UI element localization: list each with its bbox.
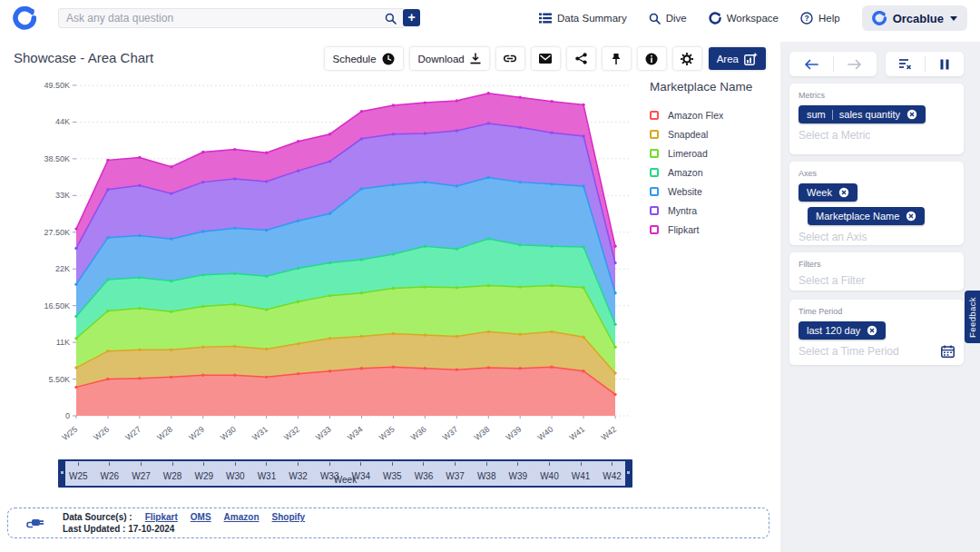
chart-controls-card	[886, 52, 964, 76]
svg-text:W28: W28	[155, 425, 174, 442]
mail-icon	[539, 54, 552, 64]
select-filter-input[interactable]: Select a Filter	[799, 274, 955, 287]
legend-label: Snapdeal	[668, 129, 708, 140]
source-link-shopify[interactable]: Shopify	[272, 512, 306, 522]
axis-pill-label: Marketplace Name	[816, 211, 899, 222]
config-sidebar: Metrics sum sales quantity Select a Metr…	[780, 42, 980, 552]
top-navigation: Data Summary Dive Workspace ?	[539, 0, 967, 36]
svg-text:38.50K: 38.50K	[44, 154, 70, 163]
axis-pill-marketplace-name[interactable]: Marketplace Name	[808, 207, 925, 225]
nav-dive[interactable]: Dive	[649, 13, 687, 25]
nav-workspace[interactable]: Workspace	[709, 12, 779, 25]
orcablue-logo-icon	[872, 11, 887, 25]
legend-item[interactable]: Amazon Flex	[650, 105, 786, 124]
data-sources-label: Data Source(s) :	[63, 512, 132, 522]
time-period-panel: Time Period last 120 day Select a Time P…	[789, 300, 964, 365]
legend-swatch-icon	[650, 149, 659, 158]
svg-text:W36: W36	[409, 425, 428, 442]
svg-text:11K: 11K	[56, 338, 70, 347]
remove-icon[interactable]	[906, 211, 916, 222]
settings-button[interactable]	[673, 47, 701, 70]
axis-pill-label: Week	[807, 187, 832, 198]
source-link-amazon[interactable]: Amazon	[224, 512, 260, 522]
legend-title: Marketplace Name	[650, 80, 786, 94]
schedule-label: Schedule	[333, 54, 377, 64]
remove-icon[interactable]	[838, 187, 849, 198]
data-source-plug-icon	[26, 515, 46, 531]
chart-legend: Marketplace Name Amazon FlexSnapdealLime…	[650, 80, 786, 239]
metric-field: sales quantity	[839, 109, 900, 120]
share-button[interactable]	[567, 47, 595, 70]
svg-text:0: 0	[65, 411, 70, 420]
svg-text:W35: W35	[377, 425, 397, 442]
data-source-footer: Data Source(s) : Flipkart OMS Amazon Sho…	[7, 508, 769, 538]
last-updated-label: Last Updated : 17-10-2024	[63, 524, 305, 534]
orcablue-logo-icon[interactable]	[13, 6, 36, 30]
account-menu-button[interactable]: Orcablue	[862, 5, 967, 31]
pause-button[interactable]	[926, 52, 965, 76]
legend-item[interactable]: Website	[650, 182, 786, 201]
time-period-pill-label: last 120 day	[807, 325, 860, 336]
select-metric-input[interactable]: Select a Metric	[799, 129, 955, 142]
pause-icon	[940, 59, 949, 70]
svg-text:27.50K: 27.50K	[44, 228, 70, 237]
arrow-left-icon	[804, 59, 818, 70]
legend-item[interactable]: Snapdeal	[650, 124, 786, 143]
download-button[interactable]: Download	[410, 47, 489, 70]
source-link-oms[interactable]: OMS	[191, 512, 211, 522]
legend-label: Amazon	[668, 167, 703, 178]
select-time-period-input[interactable]: Select a Time Period	[799, 345, 899, 358]
legend-label: Website	[668, 186, 702, 197]
filters-panel: Filters Select a Filter	[789, 252, 964, 291]
email-button[interactable]	[532, 47, 560, 70]
select-axis-input[interactable]: Select an Axis	[799, 231, 955, 243]
svg-text:W34: W34	[346, 425, 365, 442]
feedback-tab[interactable]: Feedback	[965, 291, 980, 343]
copy-link-button[interactable]	[496, 47, 524, 70]
svg-text:16.50K: 16.50K	[44, 301, 70, 310]
area-chart-plus-icon	[744, 53, 758, 65]
nav-help[interactable]: ? Help	[800, 12, 840, 25]
area-chart: 05.50K11K16.50K22K27.50K33K38.50K44K49.5…	[25, 78, 642, 452]
legend-swatch-icon	[650, 225, 659, 234]
svg-text:22K: 22K	[55, 264, 70, 273]
svg-text:W41: W41	[568, 425, 587, 442]
svg-text:W42: W42	[599, 425, 618, 442]
pin-button[interactable]	[603, 47, 631, 70]
legend-swatch-icon	[650, 187, 659, 196]
list-icon	[539, 13, 552, 24]
link-icon	[504, 53, 516, 64]
history-nav-card	[789, 52, 877, 76]
page-title: Showcase - Area Chart	[14, 50, 153, 65]
clear-filters-button[interactable]	[886, 52, 925, 76]
nav-data-summary[interactable]: Data Summary	[539, 13, 627, 24]
metric-pill[interactable]: sum sales quantity	[799, 105, 926, 123]
time-period-label: Time Period	[799, 307, 955, 316]
search-input[interactable]	[66, 12, 385, 25]
gear-icon	[681, 53, 693, 65]
legend-swatch-icon	[650, 168, 659, 177]
calendar-icon[interactable]	[941, 345, 955, 358]
legend-item[interactable]: Limeroad	[650, 143, 786, 163]
legend-item[interactable]: Myntra	[650, 201, 786, 220]
new-question-button[interactable]: +	[403, 9, 420, 26]
remove-icon[interactable]	[906, 109, 917, 120]
axis-pill-week[interactable]: Week	[799, 183, 858, 202]
chart-type-button[interactable]: Area	[709, 47, 766, 70]
time-period-pill[interactable]: last 120 day	[799, 321, 886, 340]
axes-label: Axes	[799, 169, 955, 178]
search-icon[interactable]	[385, 13, 397, 25]
undo-button[interactable]	[789, 52, 833, 76]
chart-toolbar: Schedule Download	[325, 47, 766, 70]
svg-text:5.50K: 5.50K	[48, 375, 70, 384]
source-link-flipkart[interactable]: Flipkart	[145, 512, 178, 522]
info-button[interactable]	[638, 47, 666, 70]
redo-button[interactable]	[834, 52, 877, 76]
pin-icon	[611, 53, 622, 65]
svg-text:W26: W26	[92, 425, 111, 442]
remove-icon[interactable]	[867, 325, 877, 336]
legend-item[interactable]: Amazon	[650, 163, 786, 182]
week-range-slider[interactable]: W25W26W27W28W29W30W31W32W33W34W35W36W37W…	[58, 459, 632, 488]
legend-item[interactable]: Flipkart	[650, 220, 786, 239]
schedule-button[interactable]: Schedule	[325, 47, 403, 70]
